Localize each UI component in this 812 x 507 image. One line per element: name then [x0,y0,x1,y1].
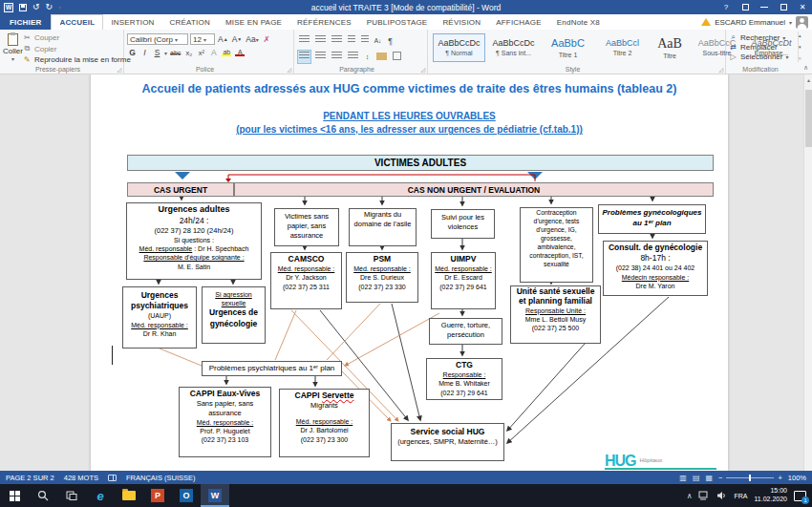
read-mode-icon[interactable]: ▥ [679,474,687,482]
style-titre2[interactable]: AaBbCcl Titre 2 [596,33,649,62]
font-family-combo[interactable]: Calibri (Corp▾ [127,33,188,45]
tab-fichier[interactable]: FICHIER [0,14,51,30]
tab-mise-en-page[interactable]: MISE EN PAGE [218,14,289,30]
font-color-button[interactable]: A [234,47,246,58]
start-button[interactable] [0,484,29,507]
taskbar-search-button[interactable] [29,484,57,507]
style-titre[interactable]: AaB Titre [651,33,689,62]
clear-formatting-button[interactable]: ✗ [262,33,272,45]
avatar[interactable] [796,16,808,29]
tab-publipostage[interactable]: PUBLIPOSTAGE [359,14,436,30]
show-hidden-icons[interactable]: ∧ [687,492,693,500]
ribbon-display-options-button[interactable] [736,0,755,14]
collapse-ribbon-icon[interactable]: ∧ [803,64,808,72]
taskbar-ie[interactable]: e [86,484,115,507]
close-button[interactable]: ✕ [793,0,812,14]
action-center-icon[interactable]: 1 [794,491,806,501]
account-name[interactable]: ESCARD Emmanuel [715,18,785,27]
line-spacing-button[interactable]: ↕ [362,52,373,63]
tab-revision[interactable]: RÉVISION [435,14,488,30]
style-titre1[interactable]: AaBbC Titre 1 [542,33,594,62]
shrink-font-button[interactable]: A▼ [231,33,244,45]
select-button[interactable]: ▷Sélectionner▾ [729,53,800,61]
format-painter-button[interactable]: ✎Reproduire la mise en forme [23,55,131,64]
numbering-button[interactable] [313,33,328,48]
tab-creation[interactable]: CRÉATION [162,14,218,30]
copy-button[interactable]: ⧉Copier [23,44,131,53]
change-case-button[interactable]: Aa▾ [245,33,259,45]
box-line: (022 38) 24 401 ou 24 402 [606,264,705,272]
vertical-scrollbar[interactable]: ▴ [803,74,812,471]
text-effects-button[interactable]: A [208,47,219,58]
grow-font-button[interactable]: A▲ [217,33,229,45]
find-button[interactable]: ⌕Rechercher▾ [729,32,800,42]
cut-button[interactable]: ✂Couper [23,33,131,42]
align-center-button[interactable] [313,50,328,64]
sort-button[interactable]: A↓ [373,35,383,47]
font-size-combo[interactable]: 12▾ [190,33,215,45]
save-icon[interactable] [19,4,27,11]
print-layout-icon[interactable]: ▤ [693,474,700,482]
multilevel-list-button[interactable] [330,33,344,48]
taskbar-word[interactable]: W [201,484,229,507]
paste-button[interactable]: Coller ▾ [3,32,23,64]
page-indicator[interactable]: PAGE 2 SUR 2 [6,474,54,482]
taskbar-file-explorer[interactable] [115,484,143,507]
scrollbar-thumb[interactable] [805,90,812,147]
document-canvas[interactable]: Accueil de patients adressés aux HUG com… [0,74,812,471]
align-left-button[interactable] [297,50,311,64]
help-button[interactable]: ? [716,0,736,14]
show-marks-button[interactable]: ¶ [385,35,395,47]
scrollbar-up-icon[interactable]: ▴ [804,76,812,83]
restore-button[interactable] [774,0,793,14]
account-caret-icon[interactable]: ▾ [789,19,792,26]
strikethrough-button[interactable]: abc [169,47,182,58]
clipboard-dialog-launcher[interactable]: ◿ [117,66,121,73]
speaker-icon[interactable] [716,491,727,500]
zoom-in-button[interactable]: + [778,474,781,482]
style-sans-interligne[interactable]: AaBbCcDc ¶ Sans int... [487,33,540,62]
zoom-out-button[interactable]: − [718,474,722,482]
increase-indent-button[interactable] [359,33,371,48]
language-indicator[interactable]: FRANÇAIS (SUISSE) [126,474,196,482]
word-count[interactable]: 428 MOTS [64,474,98,482]
bold-button[interactable]: G [127,47,138,58]
quick-access-caret-icon[interactable]: ▾ [58,4,61,11]
highlight-button[interactable]: ab [221,47,232,58]
replace-button[interactable]: ⇄Remplacer [729,43,800,52]
font-dialog-launcher[interactable]: ◿ [287,66,291,73]
bullets-button[interactable] [297,33,311,48]
zoom-slider[interactable] [726,477,774,478]
web-layout-icon[interactable]: ▦ [705,474,713,482]
taskbar-outlook[interactable]: O [172,484,201,507]
tab-references[interactable]: RÉFÉRENCES [289,14,359,30]
italic-button[interactable]: I [139,47,150,58]
align-right-button[interactable] [330,50,344,64]
taskbar-powerpoint[interactable]: P [143,484,172,507]
style-normal[interactable]: AaBbCcDc ¶ Normal [433,33,485,62]
underline-button[interactable]: S [152,47,162,58]
tab-endnote[interactable]: EndNote X8 [549,14,608,30]
tab-affichage[interactable]: AFFICHAGE [488,14,549,30]
justify-button[interactable] [346,50,360,64]
undo-icon[interactable]: ↺ [32,3,40,11]
redo-icon[interactable]: ↻ [46,3,53,11]
underline-caret-icon[interactable]: ▾ [164,50,167,56]
zoom-level[interactable]: 100% [788,474,806,482]
subscript-button[interactable]: x₂ [183,47,194,58]
proofing-icon[interactable] [108,475,117,481]
keyboard-language[interactable]: FRA [734,493,747,499]
minimize-button[interactable] [755,0,774,14]
zoom-slider-thumb[interactable] [749,475,751,481]
taskbar-clock[interactable]: 15:0011.02.2020 [754,487,787,504]
paragraph-dialog-launcher[interactable]: ◿ [420,66,425,73]
borders-button[interactable] [391,50,403,64]
decrease-indent-button[interactable] [346,33,357,48]
shading-button[interactable] [374,51,389,64]
task-view-button[interactable] [57,484,86,507]
styles-dialog-launcher[interactable]: ◿ [718,66,723,73]
network-icon[interactable] [698,491,710,500]
tab-insertion[interactable]: INSERTION [103,14,161,30]
superscript-button[interactable]: x² [196,47,206,58]
tab-accueil[interactable]: ACCUEIL [51,14,103,30]
